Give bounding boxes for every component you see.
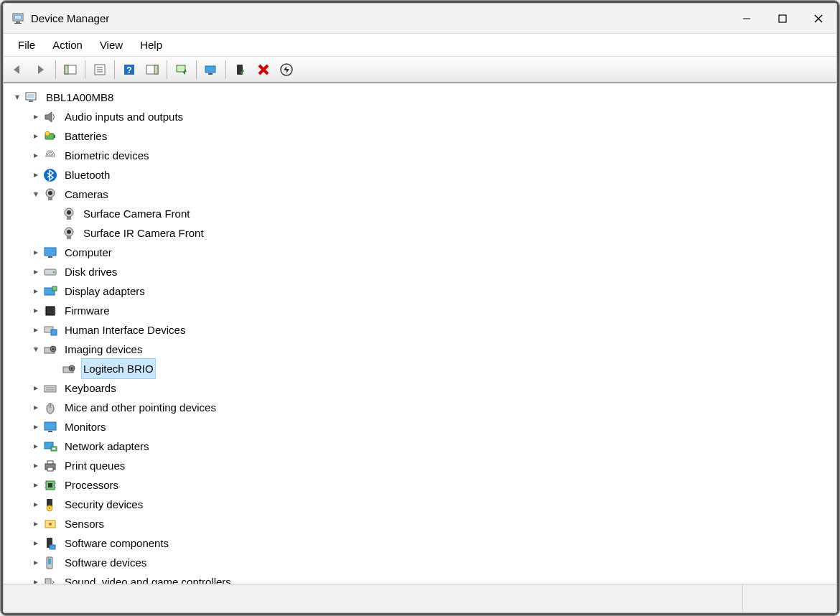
chevron-right-icon[interactable]: ▸ <box>29 262 42 281</box>
statusbar <box>4 584 836 612</box>
tree-label: Imaging devices <box>62 340 144 359</box>
chevron-right-icon[interactable]: ▸ <box>29 165 42 185</box>
chevron-right-icon[interactable]: ▸ <box>29 243 42 262</box>
window-title: Device Manager <box>31 12 109 24</box>
svg-rect-62 <box>45 386 56 392</box>
tree-item-software-components[interactable]: ▸ Software components <box>8 533 836 553</box>
show-hide-action-pane-button[interactable] <box>141 59 163 80</box>
chevron-right-icon[interactable]: ▸ <box>29 107 42 126</box>
tree-item-mice[interactable]: ▸ Mice and other pointing devices <box>8 398 836 417</box>
menu-view[interactable]: View <box>91 36 131 54</box>
svg-rect-1 <box>14 15 22 19</box>
tree-item-monitors[interactable]: ▸ Monitors <box>8 417 836 437</box>
tree-label: Surface Camera Front <box>81 204 192 223</box>
update-driver-button[interactable] <box>171 59 192 80</box>
chevron-right-icon[interactable]: ▸ <box>29 378 42 398</box>
back-button[interactable] <box>7 59 29 80</box>
tree-item-print[interactable]: ▸ Print queues <box>8 456 836 475</box>
svg-rect-67 <box>45 422 56 430</box>
tree-item-surface-camera-front[interactable]: ▸ Surface Camera Front <box>8 204 836 223</box>
device-tree[interactable]: ▾ BBL1A00MB8 ▸ Audio inputs and outputs … <box>4 83 836 584</box>
webcam-icon <box>61 225 77 241</box>
scan-hardware-button[interactable] <box>200 59 222 80</box>
tree-item-processors[interactable]: ▸ Processors <box>8 475 836 495</box>
tree-item-hid[interactable]: ▸ Human Interface Devices <box>8 320 836 340</box>
forward-button[interactable] <box>30 59 52 80</box>
chevron-right-icon[interactable]: ▸ <box>29 533 42 553</box>
tree-item-surface-ir-camera[interactable]: ▸ Surface IR Camera Front <box>8 223 836 243</box>
help-button[interactable]: ? <box>118 59 140 80</box>
chevron-right-icon[interactable]: ▸ <box>29 417 42 437</box>
chevron-right-icon[interactable]: ▸ <box>29 572 42 584</box>
tree-item-biometric[interactable]: ▸ Biometric devices <box>8 146 836 165</box>
tree-label: Disk drives <box>62 262 119 281</box>
svg-rect-5 <box>779 15 786 22</box>
menu-action[interactable]: Action <box>44 36 91 54</box>
window-inner: Device Manager File Action View Help ? <box>3 3 837 613</box>
chevron-right-icon[interactable]: ▸ <box>29 281 42 301</box>
show-hide-console-tree-button[interactable] <box>60 59 81 80</box>
tree-item-cameras[interactable]: ▾ Cameras <box>8 185 836 204</box>
svg-rect-87 <box>50 545 55 549</box>
tree-item-security[interactable]: ▸ Security devices <box>8 495 836 514</box>
tree-item-logitech-brio[interactable]: ▸ Logitech BRIO <box>8 359 836 378</box>
tree-item-sensors[interactable]: ▸ Sensors <box>8 514 836 533</box>
chevron-right-icon[interactable]: ▸ <box>29 495 42 514</box>
imaging-device-icon <box>61 361 77 377</box>
disable-device-button[interactable] <box>276 59 297 80</box>
tree-label: Network adapters <box>62 437 151 456</box>
properties-button[interactable] <box>89 59 111 80</box>
tree-item-network[interactable]: ▸ Network adapters <box>8 437 836 456</box>
svg-rect-90 <box>45 579 51 584</box>
chevron-right-icon[interactable]: ▸ <box>29 456 42 475</box>
menu-file[interactable]: File <box>9 36 44 54</box>
mouse-icon <box>42 400 58 416</box>
tree-label: Processors <box>62 475 121 495</box>
content-area: ▾ BBL1A00MB8 ▸ Audio inputs and outputs … <box>4 83 836 584</box>
svg-rect-76 <box>48 483 52 487</box>
tree-item-audio[interactable]: ▸ Audio inputs and outputs <box>8 107 836 126</box>
tree-item-bluetooth[interactable]: ▸ Bluetooth <box>8 165 836 185</box>
chevron-right-icon[interactable]: ▸ <box>29 146 42 165</box>
tree-label: Cameras <box>62 185 111 204</box>
svg-rect-89 <box>48 559 51 564</box>
tree-item-disk[interactable]: ▸ Disk drives <box>8 262 836 281</box>
tree-root-row[interactable]: ▾ BBL1A00MB8 <box>8 88 836 107</box>
tree-item-imaging[interactable]: ▾ Imaging devices <box>8 340 836 359</box>
chevron-right-icon[interactable]: ▸ <box>29 301 42 320</box>
svg-rect-3 <box>14 23 22 24</box>
tree-item-firmware[interactable]: ▸ Firmware <box>8 301 836 320</box>
chevron-down-icon[interactable]: ▾ <box>29 185 42 204</box>
svg-rect-46 <box>52 286 57 291</box>
tree-item-computer[interactable]: ▸ Computer <box>8 243 836 262</box>
camera-icon <box>42 187 58 202</box>
display-adapter-icon <box>42 284 58 299</box>
minimize-button[interactable] <box>729 4 765 34</box>
chevron-down-icon[interactable]: ▾ <box>11 88 24 107</box>
enable-device-button[interactable] <box>230 59 251 80</box>
svg-rect-74 <box>47 467 53 471</box>
app-icon <box>11 11 25 26</box>
chevron-right-icon[interactable]: ▸ <box>29 126 42 146</box>
chevron-down-icon[interactable]: ▾ <box>29 340 42 359</box>
cpu-icon <box>42 477 58 493</box>
chevron-right-icon[interactable]: ▸ <box>29 475 42 495</box>
tree-item-keyboards[interactable]: ▸ Keyboards <box>8 378 836 398</box>
tree-item-display[interactable]: ▸ Display adapters <box>8 281 836 301</box>
chevron-right-icon[interactable]: ▸ <box>29 553 42 572</box>
menu-help[interactable]: Help <box>131 36 171 54</box>
tree-item-software-devices[interactable]: ▸ Software devices <box>8 553 836 572</box>
chevron-right-icon[interactable]: ▸ <box>29 514 42 533</box>
uninstall-device-button[interactable] <box>253 59 274 80</box>
tree-label: Biometric devices <box>62 146 151 165</box>
chevron-right-icon[interactable]: ▸ <box>29 320 42 340</box>
maximize-button[interactable] <box>765 4 801 34</box>
close-button[interactable] <box>801 4 836 34</box>
tree-item-batteries[interactable]: ▸ Batteries <box>8 126 836 146</box>
chevron-right-icon[interactable]: ▸ <box>29 437 42 456</box>
tree-item-sound[interactable]: ▸ Sound, video and game controllers <box>8 572 836 584</box>
svg-rect-17 <box>154 65 158 74</box>
chip-icon <box>42 303 58 319</box>
chevron-right-icon[interactable]: ▸ <box>29 398 42 417</box>
computer-root-icon <box>24 90 39 106</box>
